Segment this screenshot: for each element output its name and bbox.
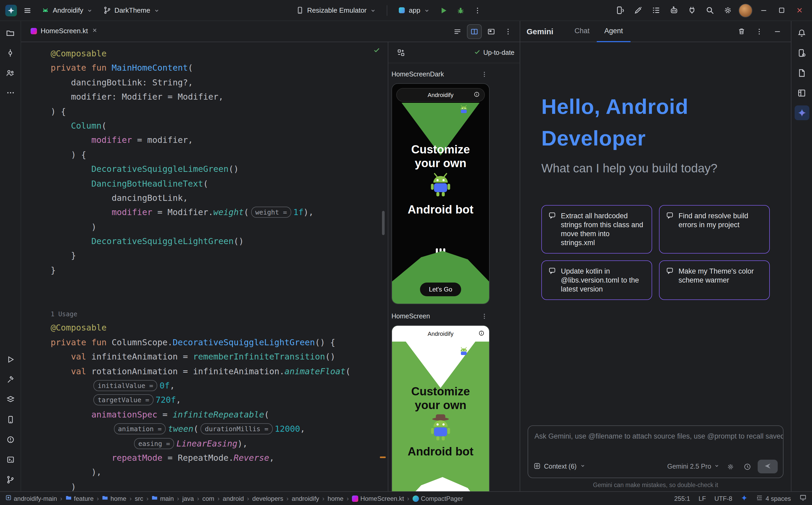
- settings-button[interactable]: [720, 3, 735, 18]
- window-maximize-button[interactable]: [774, 3, 789, 18]
- tab-agent[interactable]: Agent: [597, 21, 630, 42]
- debug-button[interactable]: [453, 3, 468, 18]
- phone-gear-icon: [797, 48, 806, 57]
- code-view-button[interactable]: [450, 24, 465, 39]
- info-icon[interactable]: [479, 330, 484, 337]
- history-button[interactable]: [741, 460, 753, 473]
- commit-tool-button[interactable]: [3, 45, 18, 60]
- breadcrumb-item[interactable]: developers: [252, 495, 283, 502]
- problems-tool-window-button[interactable]: [3, 432, 18, 447]
- resource-manager-button[interactable]: [794, 65, 809, 80]
- gear-icon: [723, 6, 732, 15]
- ai-bot-button[interactable]: [666, 3, 681, 18]
- device-streaming-button[interactable]: [612, 3, 627, 18]
- hide-panel-button[interactable]: [770, 24, 785, 39]
- info-icon[interactable]: [474, 92, 480, 98]
- breadcrumb-item[interactable]: home: [102, 494, 126, 502]
- packages-tool-window-button[interactable]: [3, 392, 18, 407]
- line-ending[interactable]: LF: [699, 495, 706, 502]
- tab-homescreen-kt[interactable]: HomeScreen.kt: [25, 21, 103, 42]
- editor-scrollbar[interactable]: [382, 211, 385, 235]
- preview-scroll-area[interactable]: HomeScreenDark Androidify: [388, 63, 520, 491]
- code-editor[interactable]: @Composableprivate fun MainHomeContent( …: [21, 42, 388, 491]
- gemini-tool-button[interactable]: [794, 106, 809, 120]
- editor-options-button[interactable]: [501, 24, 515, 39]
- pull-requests-tool-button[interactable]: [3, 65, 18, 80]
- delete-conversation-button[interactable]: [734, 24, 749, 39]
- breadcrumb-item[interactable]: home: [328, 495, 343, 502]
- warning-stripe-mark[interactable]: [380, 457, 386, 458]
- ai-status-button[interactable]: [741, 494, 747, 503]
- code-line: repeatMode = RepeatMode.Reverse,: [51, 451, 388, 465]
- inspection-ok-icon[interactable]: [373, 46, 380, 55]
- screen-share-button[interactable]: [799, 494, 807, 503]
- branch-selector[interactable]: DarkTheme: [99, 4, 164, 16]
- notifications-button[interactable]: [794, 25, 809, 40]
- preview-name: HomeScreenDark: [391, 70, 444, 78]
- terminal-tool-window-button[interactable]: [3, 452, 18, 467]
- breadcrumb-item[interactable]: com: [202, 495, 214, 502]
- ai-actions-button[interactable]: [630, 3, 645, 18]
- model-selector[interactable]: Gemini 2.5 Pro: [667, 463, 720, 470]
- run-config-name: app: [409, 6, 420, 14]
- search-everywhere-button[interactable]: [702, 3, 717, 18]
- device-selector[interactable]: Resizable Emulator: [292, 4, 380, 16]
- code-line: @Composable: [51, 46, 388, 61]
- tab-close-button[interactable]: [92, 27, 97, 35]
- indent-setting[interactable]: 4 spaces: [756, 494, 791, 503]
- breadcrumb-item[interactable]: androidify: [292, 495, 319, 502]
- task-list-button[interactable]: [649, 3, 663, 18]
- tab-chat[interactable]: Chat: [567, 21, 597, 42]
- lets-go-button[interactable]: Let's Go: [420, 283, 461, 296]
- breadcrumb-item[interactable]: android: [223, 495, 244, 502]
- send-button[interactable]: [758, 460, 778, 473]
- device-manager-button[interactable]: [794, 45, 809, 60]
- suggestion-card[interactable]: Make my Theme's color scheme warmer: [659, 261, 770, 300]
- preview-phone-light[interactable]: Androidify Customize your own Android bo…: [391, 325, 490, 491]
- breadcrumb-item[interactable]: HomeScreen.kt: [352, 495, 404, 502]
- breadcrumb-item[interactable]: main: [152, 494, 174, 502]
- preview-menu-button[interactable]: [479, 69, 490, 79]
- window-close-button[interactable]: [792, 3, 807, 18]
- git-branch-icon: [6, 476, 14, 484]
- chat-bubble-icon: [548, 267, 556, 276]
- gemini-options-button[interactable]: [752, 24, 767, 39]
- user-avatar[interactable]: [738, 3, 753, 18]
- split-view-button[interactable]: [467, 24, 482, 39]
- device-name: Resizable Emulator: [307, 6, 366, 14]
- app-module-icon: [398, 6, 406, 14]
- run-tool-window-button[interactable]: [3, 352, 18, 367]
- project-selector[interactable]: Androidify: [37, 4, 97, 17]
- context-selector[interactable]: Context (6): [534, 462, 586, 471]
- build-tool-window-button[interactable]: [3, 372, 18, 387]
- breadcrumb-item[interactable]: feature: [66, 494, 94, 502]
- gemini-title: Gemini: [527, 27, 554, 36]
- plugin-button[interactable]: [684, 3, 699, 18]
- suggestion-card[interactable]: Find and resolve build errors in my proj…: [659, 205, 770, 254]
- breadcrumb-item[interactable]: androidify-main: [5, 494, 57, 502]
- breadcrumb-item[interactable]: java: [182, 495, 194, 502]
- more-actions-button[interactable]: [470, 3, 485, 18]
- file-encoding[interactable]: UTF-8: [714, 495, 732, 502]
- design-view-button[interactable]: [484, 24, 498, 39]
- prompt-settings-button[interactable]: [724, 460, 736, 473]
- suggestion-grid: Extract all hardcoded strings from this …: [541, 205, 770, 300]
- main-menu-button[interactable]: [20, 3, 35, 18]
- window-minimize-button[interactable]: [756, 3, 771, 18]
- structure-panel-button[interactable]: [794, 86, 809, 100]
- preview-layout-button[interactable]: [393, 45, 409, 60]
- preview-phone-dark[interactable]: Androidify Customize your own Android bo…: [391, 83, 490, 304]
- preview-menu-button[interactable]: [479, 311, 490, 322]
- project-tool-button[interactable]: [3, 25, 18, 40]
- suggestion-card[interactable]: Extract all hardcoded strings from this …: [541, 205, 652, 254]
- version-control-tool-button[interactable]: [3, 472, 18, 487]
- running-devices-tool-button[interactable]: [3, 412, 18, 427]
- run-button[interactable]: [436, 3, 451, 18]
- suggestion-card[interactable]: Update kotlin in @libs.version.toml to t…: [541, 261, 652, 300]
- gemini-prompt-input[interactable]: [528, 426, 783, 456]
- more-tool-windows-button[interactable]: [3, 86, 18, 100]
- caret-position[interactable]: 255:1: [674, 495, 690, 502]
- breadcrumb-item[interactable]: src: [135, 495, 143, 502]
- breadcrumb-item[interactable]: CompactPager: [412, 495, 463, 502]
- run-config-selector[interactable]: app: [393, 4, 434, 16]
